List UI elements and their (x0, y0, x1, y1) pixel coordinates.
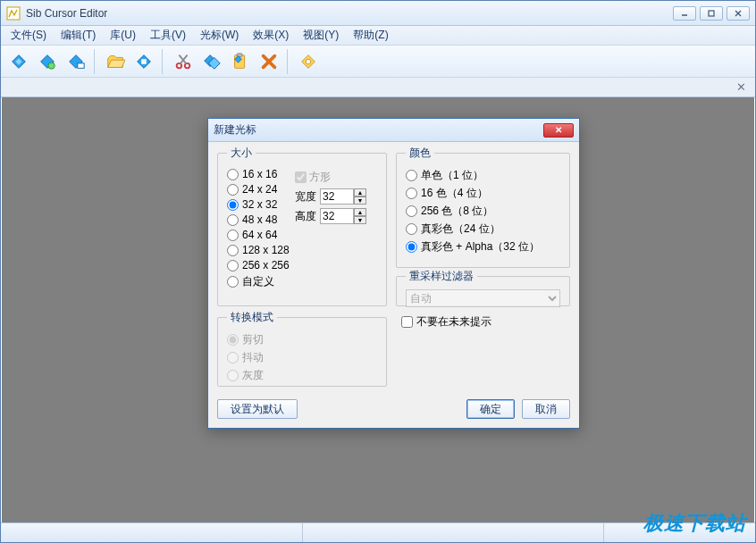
dialog-body: 大小 16 x 16 24 x 24 32 x 32 48 x 48 64 x … (217, 146, 570, 392)
dialog-titlebar: 新建光标 ✕ (208, 119, 579, 142)
toolbar-new-library-icon[interactable] (63, 49, 88, 74)
color-option-4bit[interactable]: 16 色（4 位） (406, 186, 560, 201)
size-group: 大小 16 x 16 24 x 24 32 x 32 48 x 48 64 x … (217, 146, 387, 306)
resample-legend: 重采样过滤器 (406, 269, 477, 284)
new-cursor-dialog: 新建光标 ✕ 大小 16 x 16 24 x 24 32 x 32 48 x 4… (207, 118, 580, 429)
cancel-button[interactable]: 取消 (522, 399, 570, 419)
width-label: 宽度 (295, 189, 316, 205)
app-icon (6, 6, 21, 21)
color-option-24bit[interactable]: 真彩色（24 位） (406, 221, 560, 237)
status-bar (1, 522, 755, 542)
color-option-1bit[interactable]: 单色（1 位） (406, 168, 560, 183)
width-input[interactable] (320, 188, 354, 205)
toolbar-separator (94, 49, 97, 74)
toolbar-save-icon[interactable] (131, 49, 156, 74)
svg-point-8 (48, 62, 55, 68)
height-input[interactable] (320, 208, 354, 224)
minimize-button[interactable] (673, 6, 696, 21)
height-down-button[interactable]: ▼ (354, 216, 366, 224)
menu-cursor[interactable]: 光标(W) (194, 26, 245, 45)
not-show-label: 不要在未来提示 (416, 314, 491, 330)
width-down-button[interactable]: ▼ (354, 196, 366, 205)
window-titlebar: Sib Cursor Editor (1, 1, 755, 26)
convert-option-crop: 剪切 (227, 332, 377, 347)
resample-group: 重采样过滤器 自动 (396, 269, 570, 306)
svg-rect-2 (709, 11, 714, 16)
resample-combo: 自动 (406, 289, 560, 307)
square-label: 方形 (309, 170, 331, 185)
size-custom-panel: 方形 宽度 ▲▼ 高度 ▲▼ (295, 170, 366, 224)
height-spinner[interactable]: ▲▼ (320, 208, 366, 224)
width-spinner[interactable]: ▲▼ (320, 188, 366, 205)
maximize-button[interactable] (700, 6, 723, 21)
toolbar-copy-icon[interactable] (199, 49, 224, 74)
toolbar-new-icon[interactable] (6, 49, 31, 74)
not-show-checkbox[interactable] (401, 316, 413, 328)
menu-tools[interactable]: 工具(V) (144, 26, 192, 45)
convert-radio-list: 剪切 抖动 灰度 (227, 332, 377, 383)
toolbar-open-icon[interactable] (103, 49, 128, 74)
size-option-128[interactable]: 128 x 128 (227, 244, 377, 256)
color-group: 颜色 单色（1 位） 16 色（4 位） 256 色（8 位） 真彩色（24 位… (396, 146, 570, 268)
toolbar-separator (162, 49, 165, 74)
menu-file[interactable]: 文件(S) (4, 26, 53, 45)
svg-rect-12 (141, 59, 147, 64)
square-checkbox-row: 方形 (295, 170, 366, 185)
convert-option-gray: 灰度 (227, 368, 377, 383)
convert-option-dither: 抖动 (227, 350, 377, 365)
size-option-256[interactable]: 256 x 256 (227, 259, 377, 272)
toolbar-new-cursor-icon[interactable] (35, 49, 60, 74)
height-label: 高度 (295, 209, 316, 224)
size-option-64[interactable]: 64 x 64 (227, 229, 377, 241)
height-up-button[interactable]: ▲ (354, 208, 366, 216)
square-checkbox (295, 171, 307, 183)
document-tabstrip: ✕ (1, 78, 755, 97)
dialog-title: 新建光标 (214, 122, 256, 138)
close-button[interactable] (727, 6, 750, 21)
convert-legend: 转换模式 (227, 310, 277, 325)
svg-point-25 (306, 59, 311, 64)
toolbar-settings-icon[interactable] (296, 49, 321, 74)
color-option-8bit[interactable]: 256 色（8 位） (406, 204, 560, 219)
width-up-button[interactable]: ▲ (354, 188, 366, 196)
toolbar-separator (287, 49, 290, 74)
dialog-close-button[interactable]: ✕ (543, 123, 574, 138)
not-show-checkbox-row[interactable]: 不要在未来提示 (401, 314, 491, 330)
document-close-icon[interactable]: ✕ (733, 80, 750, 94)
ok-button[interactable]: 确定 (466, 399, 515, 419)
toolbar-delete-icon[interactable] (256, 49, 281, 74)
toolbar-cut-icon[interactable] (171, 49, 196, 74)
main-window: Sib Cursor Editor 文件(S) 编辑(T) 库(U) 工具(V)… (0, 0, 756, 543)
convert-group: 转换模式 剪切 抖动 灰度 (217, 310, 387, 387)
size-legend: 大小 (227, 146, 256, 161)
menu-edit[interactable]: 编辑(T) (55, 26, 102, 45)
menu-view[interactable]: 视图(Y) (297, 26, 345, 45)
toolbar-paste-icon[interactable] (228, 49, 253, 74)
window-controls (673, 6, 750, 21)
menu-effects[interactable]: 效果(X) (247, 26, 295, 45)
color-option-32bit[interactable]: 真彩色 + Alpha（32 位） (406, 239, 560, 255)
window-title: Sib Cursor Editor (26, 7, 107, 20)
status-segment (303, 523, 605, 542)
size-option-custom[interactable]: 自定义 (227, 274, 377, 289)
set-default-button[interactable]: 设置为默认 (217, 399, 298, 419)
status-segment (604, 523, 755, 542)
svg-rect-10 (78, 63, 84, 68)
status-segment (1, 523, 303, 542)
toolbar (1, 46, 755, 78)
menu-help[interactable]: 帮助(Z) (347, 26, 394, 45)
color-radio-list: 单色（1 位） 16 色（4 位） 256 色（8 位） 真彩色（24 位） 真… (406, 168, 560, 255)
color-legend: 颜色 (406, 146, 434, 161)
menu-bar: 文件(S) 编辑(T) 库(U) 工具(V) 光标(W) 效果(X) 视图(Y)… (1, 26, 755, 46)
dialog-button-row: 设置为默认 确定 取消 (217, 399, 570, 419)
menu-library[interactable]: 库(U) (104, 26, 142, 45)
